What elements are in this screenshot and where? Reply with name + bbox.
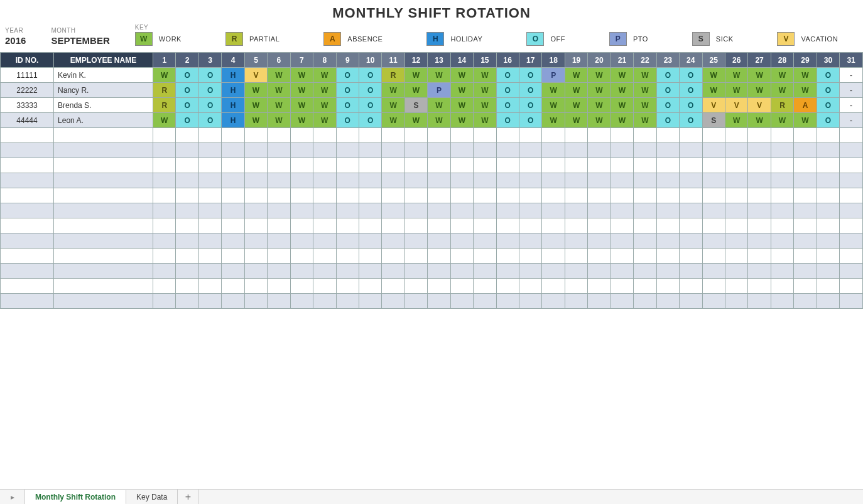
shift-cell[interactable] [359, 128, 381, 143]
shift-cell[interactable] [748, 173, 771, 188]
cell-name[interactable]: Kevin K. [54, 68, 153, 83]
shift-cell[interactable]: W [428, 98, 450, 113]
shift-cell[interactable] [702, 143, 725, 158]
shift-cell[interactable]: W [748, 68, 771, 83]
cell-name[interactable]: Nancy R. [54, 83, 153, 98]
shift-cell[interactable] [268, 143, 290, 158]
shift-cell[interactable] [474, 249, 496, 264]
shift-cell[interactable] [634, 203, 656, 218]
shift-cell[interactable] [336, 173, 359, 188]
shift-cell[interactable] [198, 203, 221, 218]
shift-cell[interactable] [336, 249, 359, 264]
shift-cell[interactable] [198, 188, 221, 203]
shift-cell[interactable] [428, 279, 450, 294]
shift-cell[interactable]: O [656, 113, 679, 128]
shift-cell[interactable]: - [840, 83, 863, 98]
shift-cell[interactable] [359, 173, 381, 188]
shift-cell[interactable] [748, 279, 771, 294]
shift-cell[interactable] [588, 279, 611, 294]
shift-cell[interactable] [496, 233, 519, 249]
cell-id[interactable]: 11111 [1, 68, 54, 83]
shift-cell[interactable]: O [359, 113, 381, 128]
shift-cell[interactable]: O [176, 83, 198, 98]
shift-cell[interactable] [313, 249, 336, 264]
shift-cell[interactable]: W [268, 68, 290, 83]
tab-add[interactable]: + [178, 490, 198, 504]
shift-cell[interactable] [840, 203, 863, 218]
shift-cell[interactable] [840, 188, 863, 203]
shift-cell[interactable] [450, 173, 473, 188]
cell-id[interactable] [1, 158, 54, 173]
shift-cell[interactable] [588, 203, 611, 218]
shift-cell[interactable] [382, 294, 404, 309]
shift-cell[interactable] [817, 218, 839, 233]
shift-cell[interactable] [404, 158, 427, 173]
shift-cell[interactable] [840, 158, 863, 173]
shift-cell[interactable] [611, 264, 633, 279]
shift-cell[interactable]: V [702, 98, 725, 113]
cell-id[interactable] [1, 279, 54, 294]
shift-cell[interactable] [840, 294, 863, 309]
shift-cell[interactable] [244, 143, 267, 158]
shift-cell[interactable] [290, 279, 313, 294]
shift-cell[interactable] [611, 279, 633, 294]
shift-cell[interactable] [565, 218, 587, 233]
shift-cell[interactable] [794, 294, 817, 309]
shift-cell[interactable]: W [404, 113, 427, 128]
shift-cell[interactable] [702, 158, 725, 173]
shift-cell[interactable] [519, 279, 542, 294]
shift-cell[interactable] [748, 218, 771, 233]
shift-cell[interactable]: W [542, 83, 565, 98]
shift-cell[interactable] [450, 233, 473, 249]
shift-cell[interactable] [748, 188, 771, 203]
shift-cell[interactable] [198, 279, 221, 294]
shift-cell[interactable]: W [565, 68, 587, 83]
shift-cell[interactable]: W [474, 83, 496, 98]
shift-cell[interactable] [656, 128, 679, 143]
shift-cell[interactable] [404, 203, 427, 218]
shift-cell[interactable]: H [222, 83, 244, 98]
shift-cell[interactable] [680, 294, 702, 309]
shift-cell[interactable] [428, 233, 450, 249]
shift-cell[interactable] [404, 249, 427, 264]
shift-cell[interactable] [588, 218, 611, 233]
shift-cell[interactable] [496, 279, 519, 294]
shift-cell[interactable] [656, 264, 679, 279]
shift-cell[interactable] [611, 173, 633, 188]
shift-cell[interactable] [794, 233, 817, 249]
shift-cell[interactable] [702, 294, 725, 309]
shift-cell[interactable] [198, 158, 221, 173]
shift-cell[interactable] [542, 279, 565, 294]
shift-cell[interactable] [474, 128, 496, 143]
shift-cell[interactable] [840, 173, 863, 188]
shift-cell[interactable] [817, 249, 839, 264]
shift-cell[interactable] [153, 188, 176, 203]
shift-cell[interactable] [840, 128, 863, 143]
shift-cell[interactable] [359, 203, 381, 218]
shift-cell[interactable]: W [153, 113, 176, 128]
shift-cell[interactable]: O [198, 83, 221, 98]
shift-cell[interactable] [222, 249, 244, 264]
shift-cell[interactable]: W [588, 98, 611, 113]
shift-cell[interactable]: W [244, 83, 267, 98]
shift-cell[interactable] [496, 294, 519, 309]
shift-cell[interactable] [474, 173, 496, 188]
shift-cell[interactable] [153, 264, 176, 279]
shift-cell[interactable]: O [198, 98, 221, 113]
shift-cell[interactable] [794, 173, 817, 188]
shift-cell[interactable] [519, 188, 542, 203]
shift-cell[interactable]: W [382, 83, 404, 98]
shift-cell[interactable] [542, 173, 565, 188]
shift-cell[interactable] [153, 294, 176, 309]
cell-name[interactable] [54, 294, 153, 309]
shift-cell[interactable] [198, 233, 221, 249]
shift-cell[interactable] [702, 233, 725, 249]
shift-cell[interactable]: O [519, 113, 542, 128]
shift-cell[interactable] [680, 143, 702, 158]
shift-cell[interactable] [474, 279, 496, 294]
shift-cell[interactable] [336, 128, 359, 143]
shift-cell[interactable] [771, 128, 793, 143]
shift-cell[interactable] [725, 279, 747, 294]
cell-id[interactable] [1, 173, 54, 188]
shift-cell[interactable] [313, 188, 336, 203]
